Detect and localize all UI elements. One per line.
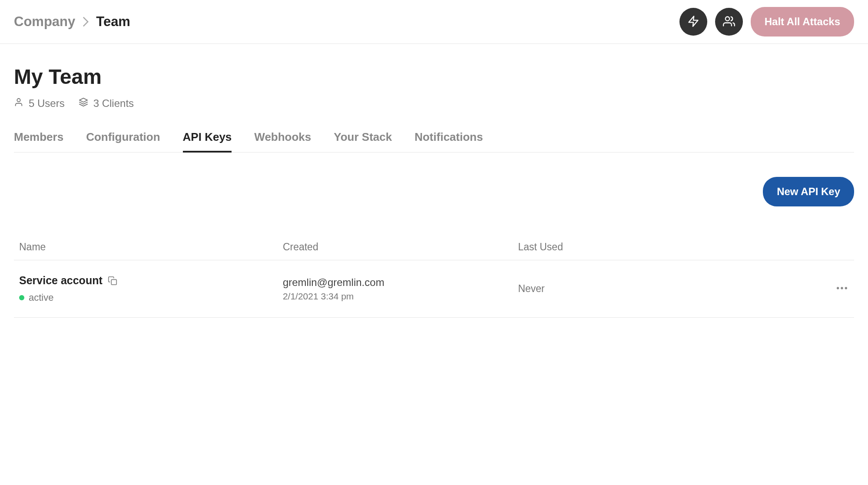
tab-notifications[interactable]: Notifications [414, 130, 483, 153]
col-header-last-used: Last Used [518, 241, 819, 253]
breadcrumb-parent[interactable]: Company [14, 14, 75, 30]
users-count: 5 Users [29, 97, 65, 110]
table-row: Service account active gremlin@gremlin.c… [14, 260, 854, 318]
status-badge: active [19, 292, 283, 303]
svg-point-7 [845, 287, 847, 289]
created-at-date: 2/1/2021 3:34 pm [283, 291, 518, 302]
status-text: active [29, 292, 53, 303]
users-icon [723, 15, 735, 29]
status-dot-icon [19, 295, 24, 300]
tab-members[interactable]: Members [14, 130, 63, 153]
lightning-icon [687, 15, 699, 29]
svg-marker-3 [80, 98, 87, 102]
layers-icon [79, 97, 88, 110]
tab-webhooks[interactable]: Webhooks [254, 130, 311, 153]
breadcrumb-current: Team [96, 14, 130, 30]
svg-marker-0 [689, 16, 698, 26]
more-horizontal-icon [835, 281, 849, 296]
svg-rect-4 [111, 279, 116, 285]
tab-your-stack[interactable]: Your Stack [334, 130, 392, 153]
svg-point-2 [17, 99, 20, 102]
users-button[interactable] [715, 8, 743, 36]
users-stat: 5 Users [14, 97, 65, 110]
clients-count: 3 Clients [93, 97, 134, 110]
tabs: Members Configuration API Keys Webhooks … [14, 130, 854, 153]
page-title: My Team [14, 65, 854, 89]
table-header: Name Created Last Used [14, 234, 854, 260]
tab-configuration[interactable]: Configuration [86, 130, 160, 153]
clients-stat: 3 Clients [79, 97, 134, 110]
lightning-button[interactable] [679, 8, 707, 36]
chevron-right-icon [82, 17, 89, 27]
user-icon [14, 97, 23, 110]
api-keys-table: Name Created Last Used Service account a… [14, 234, 854, 318]
breadcrumb: Company Team [14, 14, 130, 30]
col-header-name: Name [14, 241, 283, 253]
copy-icon[interactable] [108, 276, 117, 286]
last-used-value: Never [518, 283, 544, 294]
svg-point-5 [837, 287, 839, 289]
svg-point-6 [841, 287, 843, 289]
svg-point-1 [726, 17, 729, 20]
new-api-key-button[interactable]: New API Key [763, 177, 854, 206]
api-key-name: Service account [19, 274, 103, 287]
col-header-created: Created [283, 241, 518, 253]
halt-all-attacks-button[interactable]: Halt All Attacks [751, 7, 854, 37]
created-by-email: gremlin@gremlin.com [283, 276, 518, 289]
more-actions-button[interactable] [835, 281, 849, 296]
tab-api-keys[interactable]: API Keys [183, 130, 232, 153]
